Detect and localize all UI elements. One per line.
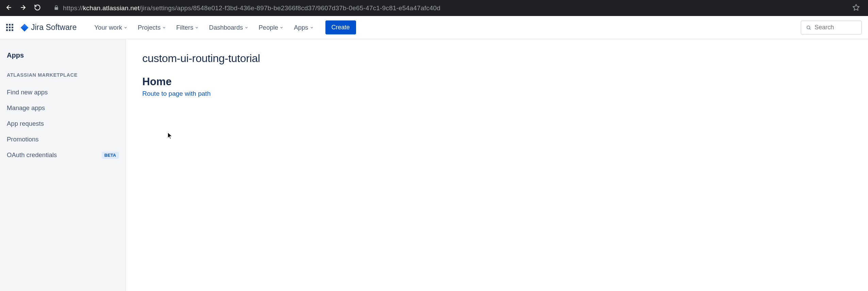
chevron-down-icon xyxy=(124,26,128,30)
browser-nav-controls xyxy=(5,4,41,12)
sidebar-item-label: App requests xyxy=(7,120,44,127)
subpage-title: Home xyxy=(142,76,852,88)
browser-chrome: https://kchan.atlassian.net/jira/setting… xyxy=(0,0,868,16)
nav-items: Your work Projects Filters Dashboards Pe… xyxy=(90,20,356,34)
star-icon[interactable] xyxy=(852,4,860,13)
chevron-down-icon xyxy=(162,26,166,30)
nav-apps[interactable]: Apps xyxy=(289,22,318,33)
sidebar-item-app-requests[interactable]: App requests xyxy=(7,116,119,132)
page-title: custom-ui-routing-tutorial xyxy=(142,52,852,65)
main-content: custom-ui-routing-tutorial Home Route to… xyxy=(126,39,868,291)
search-input[interactable] xyxy=(815,24,856,31)
nav-projects[interactable]: Projects xyxy=(133,22,171,33)
nav-people[interactable]: People xyxy=(254,22,289,33)
route-link[interactable]: Route to page with path xyxy=(142,90,211,97)
svg-point-3 xyxy=(807,26,810,29)
sidebar-item-find-new-apps[interactable]: Find new apps xyxy=(7,85,119,100)
product-name: Jira Software xyxy=(31,23,77,32)
svg-line-4 xyxy=(809,28,810,29)
sidebar-item-label: Manage apps xyxy=(7,104,45,112)
sidebar-title: Apps xyxy=(7,51,119,59)
sidebar-item-label: Find new apps xyxy=(7,89,48,96)
nav-dashboards[interactable]: Dashboards xyxy=(204,22,253,33)
sidebar-item-label: Promotions xyxy=(7,136,39,143)
create-button[interactable]: Create xyxy=(325,20,356,34)
svg-marker-2 xyxy=(853,4,859,10)
jira-logo[interactable]: Jira Software xyxy=(20,23,77,32)
sidebar-item-manage-apps[interactable]: Manage apps xyxy=(7,100,119,116)
layout: Apps ATLASSIAN MARKETPLACE Find new apps… xyxy=(0,39,868,291)
sidebar-item-promotions[interactable]: Promotions xyxy=(7,132,119,147)
sidebar: Apps ATLASSIAN MARKETPLACE Find new apps… xyxy=(0,39,126,291)
search-icon xyxy=(806,25,811,31)
chevron-down-icon xyxy=(244,26,248,30)
global-search[interactable] xyxy=(801,20,862,35)
app-switcher-icon[interactable] xyxy=(6,24,13,31)
forward-icon[interactable] xyxy=(20,4,27,12)
chevron-down-icon xyxy=(310,26,314,30)
mouse-cursor-icon xyxy=(167,133,172,139)
nav-filters[interactable]: Filters xyxy=(172,22,204,33)
top-nav: Jira Software Your work Projects Filters… xyxy=(0,16,868,39)
sidebar-section-heading: ATLASSIAN MARKETPLACE xyxy=(7,72,119,78)
sidebar-item-oauth-credentials[interactable]: OAuth credentials BETA xyxy=(7,147,119,163)
chevron-down-icon xyxy=(279,26,284,30)
back-icon[interactable] xyxy=(5,4,12,12)
nav-your-work[interactable]: Your work xyxy=(90,22,132,33)
lock-icon xyxy=(54,4,59,12)
address-bar[interactable]: https://kchan.atlassian.net/jira/setting… xyxy=(54,4,848,12)
chevron-down-icon xyxy=(195,26,199,30)
sidebar-item-label: OAuth credentials xyxy=(7,151,57,159)
reload-icon[interactable] xyxy=(34,4,41,12)
url-text: https://kchan.atlassian.net/jira/setting… xyxy=(63,4,440,12)
beta-badge: BETA xyxy=(102,152,119,159)
